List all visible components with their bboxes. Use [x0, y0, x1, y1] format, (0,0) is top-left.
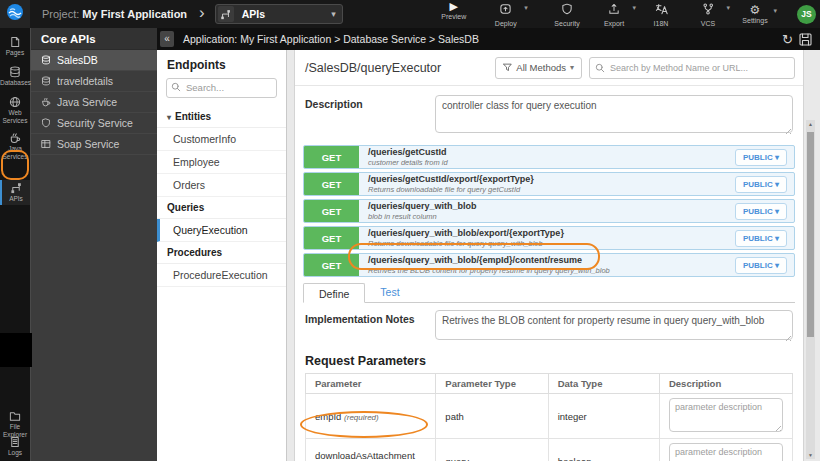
tab-test[interactable]: Test [365, 282, 414, 302]
table-row: empId (required) path integer [306, 394, 793, 439]
sidebar-item-web-services[interactable]: Web Services [0, 94, 30, 127]
endpoint-row[interactable]: GET /queries/query_with_blob blob in res… [303, 199, 795, 223]
i18n-button[interactable]: I18N [646, 1, 676, 27]
vcs-button[interactable]: VCS ▾ [693, 1, 723, 27]
caret-down-icon: ▾ [167, 113, 171, 122]
collapse-panel-button[interactable]: « [160, 31, 174, 47]
param-description-textarea[interactable] [669, 398, 783, 432]
funnel-icon [503, 63, 512, 72]
topbar-center-actions: ▶ Preview Deploy ▾ [439, 1, 521, 27]
access-level-dropdown[interactable]: PUBLIC ▾ [735, 149, 787, 166]
endpoint-item-orders[interactable]: Orders [157, 174, 286, 197]
search-icon [595, 63, 605, 73]
core-apis-item-traveldetails[interactable]: traveldetails [31, 71, 157, 92]
param-description-textarea[interactable] [669, 443, 783, 461]
endpoint-item-employee[interactable]: Employee [157, 151, 286, 174]
api-card-header: /SalesDB/queryExecutor All Methods ▾ [295, 50, 803, 86]
endpoint-path: /queries/query_with_blob/export/{exportT… [368, 228, 735, 238]
user-avatar[interactable]: JS [797, 5, 816, 24]
description-label: Description [305, 95, 435, 137]
core-apis-item-security-service[interactable]: Security Service [31, 113, 157, 134]
caret-down-icon: ▾ [775, 207, 779, 216]
endpoint-description: blob in result column [368, 212, 735, 221]
endpoints-section-procedures: Procedures [157, 242, 286, 264]
app-window: Project: My First Application › APIs ▾ ▶… [0, 0, 820, 461]
implementation-notes-textarea[interactable]: Retrives the BLOB content for property r… [435, 310, 793, 340]
endpoint-row[interactable]: GET /queries/getCustId customer details … [303, 145, 795, 169]
endpoints-search-input[interactable] [166, 78, 277, 98]
save-button[interactable] [799, 33, 812, 46]
column-header: Parameter Type [436, 374, 548, 394]
shield-icon [561, 1, 573, 19]
method-search-input[interactable] [589, 57, 795, 79]
caret-down-icon: ▾ [775, 261, 779, 270]
request-parameters-table: Parameter Parameter Type Data Type Descr… [305, 373, 793, 461]
endpoint-path: /queries/query_with_blob/{empId}/content… [368, 255, 735, 265]
endpoint-row[interactable]: GET /queries/query_with_blob/export/{exp… [303, 226, 795, 250]
endpoint-description: Retrives the BLOB content for property r… [368, 266, 735, 275]
play-icon: ▶ [450, 1, 458, 12]
main-panel: /SalesDB/queryExecutor All Methods ▾ Des… [287, 50, 820, 461]
caret-down-icon: ▾ [775, 234, 779, 243]
folder-icon [9, 410, 21, 422]
api-detail-card: /SalesDB/queryExecutor All Methods ▾ Des… [294, 50, 804, 461]
preview-button[interactable]: ▶ Preview [439, 1, 469, 27]
project-name: Project: My First Application [42, 8, 187, 20]
refresh-button[interactable]: ↻ [782, 33, 793, 46]
endpoint-item-customerinfo[interactable]: CustomerInfo [157, 128, 286, 151]
database-icon [9, 66, 21, 78]
description-textarea[interactable]: controller class for query execution [435, 95, 793, 133]
page-icon [9, 36, 21, 48]
endpoint-description: customer details from id [368, 158, 735, 167]
deploy-button[interactable]: Deploy ▾ [491, 1, 521, 27]
app-logo[interactable] [0, 0, 30, 28]
sidebar-item-logs[interactable]: Logs [0, 434, 30, 459]
endpoints-section-entities[interactable]: ▾Entities [157, 106, 286, 128]
access-level-dropdown[interactable]: PUBLIC ▾ [735, 230, 787, 247]
endpoint-description: Returns downloadable file for query getC… [368, 185, 735, 194]
core-apis-item-soap-service[interactable]: Soap Service [31, 134, 157, 155]
endpoint-row-selected[interactable]: GET /queries/query_with_blob/{empId}/con… [303, 253, 795, 277]
breadcrumb: Application: My First Application > Data… [183, 33, 479, 45]
column-header: Description [659, 374, 792, 394]
access-level-dropdown[interactable]: PUBLIC ▾ [735, 257, 787, 274]
implementation-notes-row: Implementation Notes Retrives the BLOB c… [295, 303, 803, 344]
settings-button[interactable]: ⚙ Settings ▾ [740, 4, 770, 24]
method-badge: GET [304, 173, 359, 195]
sidebar-item-apis[interactable]: APIs [0, 180, 30, 205]
core-apis-item-salesdb[interactable]: SalesDB [31, 50, 157, 71]
scroll-up-arrow[interactable]: ▲ [806, 121, 815, 127]
data-type-cell: integer [548, 394, 659, 439]
security-button[interactable]: Security [552, 1, 582, 27]
param-name-cell: empId (required) [306, 394, 436, 439]
data-type-cell: boolean [548, 439, 659, 461]
endpoint-path: /queries/query_with_blob [368, 201, 735, 211]
request-parameters-title: Request Parameters [305, 354, 803, 368]
scroll-down-arrow[interactable]: ▼ [806, 452, 815, 458]
nav-section-dropdown[interactable]: APIs ▾ [215, 4, 343, 24]
coffee-icon [9, 132, 21, 144]
methods-filter-dropdown[interactable]: All Methods ▾ [495, 57, 582, 79]
endpoint-item-procedureexecution[interactable]: ProcedureExecution [157, 264, 286, 287]
access-level-dropdown[interactable]: PUBLIC ▾ [735, 176, 787, 193]
endpoint-row[interactable]: GET /queries/getCustId/export/{exportTyp… [303, 172, 795, 196]
wavemaker-logo-icon [6, 3, 24, 25]
scrollbar-thumb[interactable] [807, 132, 814, 337]
export-button[interactable]: Export ▾ [599, 1, 629, 27]
core-apis-item-java-service[interactable]: Java Service [31, 92, 157, 113]
sidebar-item-pages[interactable]: Pages [0, 34, 30, 59]
sidebar-item-java-services[interactable]: Java Services [0, 130, 30, 163]
sidebar-item-databases[interactable]: Databases [0, 64, 30, 89]
globe-icon [9, 96, 21, 108]
access-level-dropdown[interactable]: PUBLIC ▾ [735, 203, 787, 220]
endpoint-item-queryexecution[interactable]: QueryExecution [157, 219, 286, 242]
api-nodes-icon [218, 6, 234, 22]
param-type-cell: query [436, 439, 548, 461]
tab-define[interactable]: Define [303, 283, 365, 303]
endpoint-path: /queries/getCustId/export/{exportType} [368, 174, 735, 184]
method-badge: GET [304, 227, 359, 249]
chevron-down-icon: ▾ [331, 9, 336, 19]
api-title: /SalesDB/queryExecutor [305, 61, 495, 75]
database-icon [41, 76, 51, 86]
blackout-region [0, 333, 32, 367]
